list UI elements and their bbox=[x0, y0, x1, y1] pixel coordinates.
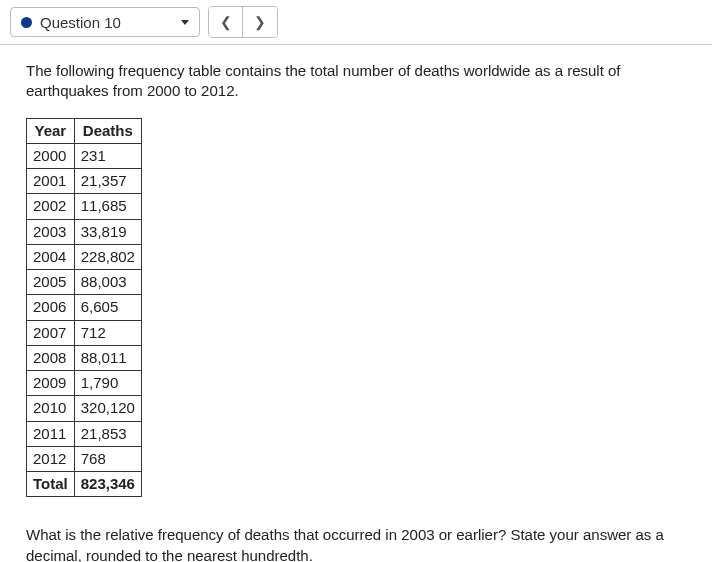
chevron-down-icon bbox=[181, 20, 189, 25]
intro-text: The following frequency table contains t… bbox=[26, 61, 686, 102]
cell-year: 2010 bbox=[27, 396, 75, 421]
cell-deaths: 88,011 bbox=[74, 345, 141, 370]
cell-total-value: 823,346 bbox=[74, 472, 141, 497]
table-row: 200333,819 bbox=[27, 219, 142, 244]
question-select-label: Question 10 bbox=[40, 14, 121, 31]
cell-deaths: 320,120 bbox=[74, 396, 141, 421]
cell-year: 2009 bbox=[27, 371, 75, 396]
cell-year: 2011 bbox=[27, 421, 75, 446]
status-dot-icon bbox=[21, 17, 32, 28]
table-row: 20091,790 bbox=[27, 371, 142, 396]
table-row: 2004228,802 bbox=[27, 244, 142, 269]
table-row: 2000231 bbox=[27, 143, 142, 168]
cell-year: 2008 bbox=[27, 345, 75, 370]
chevron-left-icon: ❮ bbox=[220, 15, 232, 29]
cell-deaths: 21,853 bbox=[74, 421, 141, 446]
cell-year: 2002 bbox=[27, 194, 75, 219]
cell-year: 2000 bbox=[27, 143, 75, 168]
table-row: 200211,685 bbox=[27, 194, 142, 219]
frequency-table: Year Deaths 2000231200121,357200211,6852… bbox=[26, 118, 142, 498]
cell-year: 2003 bbox=[27, 219, 75, 244]
nav-bar: Question 10 ❮ ❯ bbox=[0, 0, 712, 45]
table-row: 200888,011 bbox=[27, 345, 142, 370]
next-question-button[interactable]: ❯ bbox=[243, 7, 277, 37]
table-row: 2012768 bbox=[27, 446, 142, 471]
cell-year: 2006 bbox=[27, 295, 75, 320]
question-content: The following frequency table contains t… bbox=[0, 45, 712, 562]
question-select-inner: Question 10 bbox=[21, 14, 121, 31]
table-row: 200588,003 bbox=[27, 270, 142, 295]
table-row: 2007712 bbox=[27, 320, 142, 345]
table-row: 200121,357 bbox=[27, 169, 142, 194]
chevron-right-icon: ❯ bbox=[254, 15, 266, 29]
cell-year: 2007 bbox=[27, 320, 75, 345]
cell-year: 2005 bbox=[27, 270, 75, 295]
nav-button-group: ❮ ❯ bbox=[208, 6, 278, 38]
question-text: What is the relative frequency of deaths… bbox=[26, 525, 686, 562]
table-header-deaths: Deaths bbox=[74, 118, 141, 143]
table-row: 201121,853 bbox=[27, 421, 142, 446]
cell-deaths: 88,003 bbox=[74, 270, 141, 295]
cell-deaths: 1,790 bbox=[74, 371, 141, 396]
cell-deaths: 228,802 bbox=[74, 244, 141, 269]
table-row: 20066,605 bbox=[27, 295, 142, 320]
table-row: 2010320,120 bbox=[27, 396, 142, 421]
table-header-row: Year Deaths bbox=[27, 118, 142, 143]
cell-deaths: 21,357 bbox=[74, 169, 141, 194]
cell-deaths: 768 bbox=[74, 446, 141, 471]
cell-deaths: 11,685 bbox=[74, 194, 141, 219]
cell-deaths: 712 bbox=[74, 320, 141, 345]
cell-year: 2001 bbox=[27, 169, 75, 194]
cell-deaths: 231 bbox=[74, 143, 141, 168]
table-total-row: Total823,346 bbox=[27, 472, 142, 497]
cell-year: 2012 bbox=[27, 446, 75, 471]
question-select[interactable]: Question 10 bbox=[10, 7, 200, 37]
cell-year: 2004 bbox=[27, 244, 75, 269]
table-header-year: Year bbox=[27, 118, 75, 143]
cell-deaths: 6,605 bbox=[74, 295, 141, 320]
cell-total-label: Total bbox=[27, 472, 75, 497]
cell-deaths: 33,819 bbox=[74, 219, 141, 244]
prev-question-button[interactable]: ❮ bbox=[209, 7, 243, 37]
